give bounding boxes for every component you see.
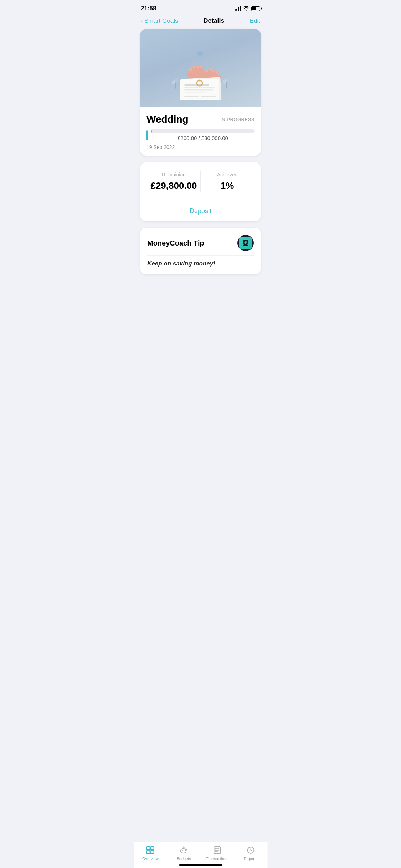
progress-accent-bar xyxy=(146,130,148,140)
progress-amount-wrapper: £200.00 / £30,000.00 xyxy=(146,129,255,141)
progress-bar xyxy=(151,129,255,133)
edit-button[interactable]: Edit xyxy=(250,17,260,25)
status-time: 21:58 xyxy=(141,5,156,12)
svg-point-4 xyxy=(226,78,230,81)
tip-icon-inner xyxy=(239,237,252,249)
tip-text-divider xyxy=(147,255,254,256)
remaining-stat: Remaining £29,800.00 xyxy=(147,172,200,191)
remaining-label: Remaining xyxy=(147,172,200,177)
goal-card: Wedding IN PROGRESS £200.00 / £30,000.00… xyxy=(140,29,261,156)
back-chevron-icon: ‹ xyxy=(141,17,143,25)
svg-rect-30 xyxy=(184,87,215,88)
battery-icon xyxy=(251,6,260,11)
main-content: Wedding IN PROGRESS £200.00 / £30,000.00… xyxy=(134,29,267,316)
back-label: Smart Goals xyxy=(144,17,178,25)
goal-date: 19 Sep 2022 xyxy=(146,144,255,150)
status-icons xyxy=(235,6,260,11)
tip-header: MoneyCoach Tip xyxy=(147,235,254,251)
wifi-icon xyxy=(243,6,249,11)
svg-rect-5 xyxy=(226,82,227,88)
progress-fill xyxy=(151,129,152,133)
svg-rect-34 xyxy=(201,96,216,97)
svg-rect-2 xyxy=(175,82,176,89)
tip-text: Keep on saving money! xyxy=(147,260,215,267)
goal-status: IN PROGRESS xyxy=(220,117,255,122)
page-title: Details xyxy=(204,17,225,25)
svg-rect-32 xyxy=(184,92,206,93)
deposit-button[interactable]: Deposit xyxy=(190,207,211,215)
wedding-illustration xyxy=(161,36,240,100)
svg-rect-37 xyxy=(243,240,248,246)
back-button[interactable]: ‹ Smart Goals xyxy=(141,17,178,25)
achieved-label: Achieved xyxy=(201,172,254,177)
stats-card: Remaining £29,800.00 Achieved 1% Deposit xyxy=(140,162,261,221)
goal-header: Wedding IN PROGRESS xyxy=(146,114,255,125)
bookmark-star-icon xyxy=(242,239,250,247)
tip-title: MoneyCoach Tip xyxy=(147,239,204,247)
goal-name: Wedding xyxy=(146,114,189,125)
status-bar: 21:58 xyxy=(134,0,267,14)
progress-amount-text: £200.00 / £30,000.00 xyxy=(178,135,228,141)
svg-rect-33 xyxy=(184,96,199,97)
achieved-value: 1% xyxy=(201,180,254,191)
deposit-row[interactable]: Deposit xyxy=(140,201,261,221)
nav-bar: ‹ Smart Goals Details Edit xyxy=(134,14,267,29)
goal-image xyxy=(140,29,261,107)
goal-info: Wedding IN PROGRESS £200.00 / £30,000.00… xyxy=(140,107,261,156)
tip-card: MoneyCoach Tip Keep on saving money! xyxy=(140,228,261,274)
stats-row: Remaining £29,800.00 Achieved 1% xyxy=(140,162,261,201)
achieved-stat: Achieved 1% xyxy=(201,172,254,191)
svg-rect-31 xyxy=(184,89,213,91)
remaining-value: £29,800.00 xyxy=(147,180,200,191)
signal-icon xyxy=(235,6,241,11)
tip-icon xyxy=(237,235,254,251)
svg-point-1 xyxy=(175,78,178,82)
